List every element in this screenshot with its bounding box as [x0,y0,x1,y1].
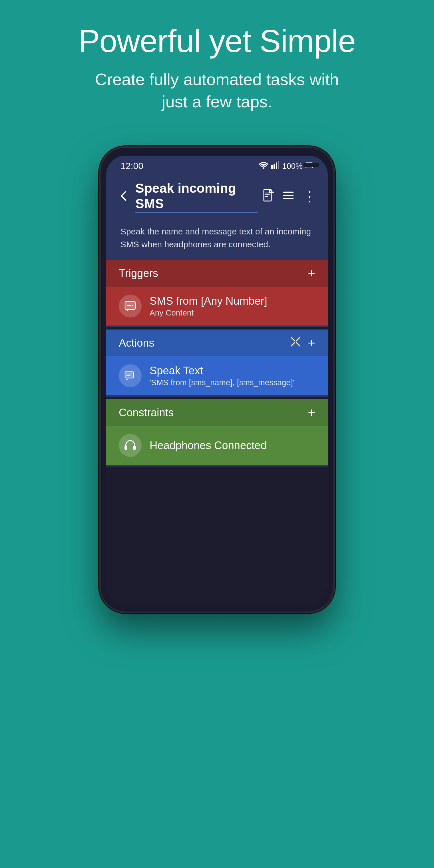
cellular-icon [271,161,279,171]
hero-title: Powerful yet Simple [79,23,356,60]
speak-text-item-text: Speak Text 'SMS from [sms_name], [sms_me… [150,365,294,387]
sms-trigger-item[interactable]: SMS from [Any Number] Any Content [106,287,328,326]
speak-text-action-item[interactable]: Speak Text 'SMS from [sms_name], [sms_me… [106,356,328,395]
status-time: 12:00 [121,161,143,171]
constraints-label: Constraints [119,407,174,419]
svg-point-0 [263,167,265,169]
document-icon[interactable] [263,189,274,205]
dynamic-island [303,163,319,167]
nav-title: Speak incoming SMS [135,181,257,213]
wifi-icon [259,161,269,171]
hero-section: Powerful yet Simple Create fully automat… [0,0,434,130]
svg-point-14 [129,305,131,306]
nav-icons: ⋮ [263,189,316,205]
svg-rect-11 [283,198,293,199]
headphones-icon [119,434,142,457]
phone-screen: 12:00 [106,156,328,603]
task-description: Speak the name and message text of an in… [106,219,328,260]
triggers-header-icons: + [308,266,315,280]
svg-rect-8 [264,190,271,201]
constraints-header: Constraints + [106,399,328,426]
sms-trigger-subtitle: Any Content [150,308,267,317]
nav-bar: Speak incoming SMS [106,174,328,219]
section-gap-2 [106,397,328,399]
svg-rect-18 [133,445,136,450]
speak-text-title: Speak Text [150,365,294,377]
headphones-constraint-text: Headphones Connected [150,439,267,452]
svg-rect-2 [274,164,275,169]
bottom-background [0,612,434,868]
battery-text: 100% [282,162,303,171]
sms-trigger-icon [119,294,142,317]
status-bar: 12:00 [106,156,328,174]
speak-text-subtitle: 'SMS from [sms_name], [sms_message]' [150,378,294,387]
phone-shell: 12:00 [100,147,334,612]
actions-header-icons: + [290,336,315,350]
constraints-add-button[interactable]: + [308,405,315,420]
triggers-header: Triggers + [106,260,328,287]
triggers-section: Triggers + [106,260,328,326]
constraints-header-icons: + [308,405,315,420]
more-options-icon[interactable]: ⋮ [303,190,316,204]
hero-subtitle: Create fully automated tasks with just a… [89,68,345,113]
svg-rect-16 [125,372,134,378]
headphones-constraint-item[interactable]: Headphones Connected [106,426,328,465]
svg-rect-4 [278,161,279,169]
svg-rect-1 [271,165,273,169]
svg-rect-9 [283,192,293,193]
svg-point-15 [132,305,133,306]
svg-rect-10 [283,195,293,196]
constraints-section: Constraints + Headphones Connect [106,399,328,465]
sms-trigger-text: SMS from [Any Number] Any Content [150,295,267,317]
phone-container: 12:00 [100,147,334,612]
svg-rect-3 [276,162,277,169]
sms-trigger-title: SMS from [Any Number] [150,295,267,307]
actions-add-button[interactable]: + [308,336,315,350]
back-button[interactable] [118,188,130,205]
actions-expand-button[interactable] [290,336,301,350]
actions-section: Actions + [106,330,328,395]
triggers-label: Triggers [119,267,158,280]
list-icon[interactable] [283,190,294,204]
phone-bottom-area [106,467,328,603]
section-gap-1 [106,327,328,330]
headphones-title: Headphones Connected [150,439,267,452]
svg-point-13 [127,305,129,306]
actions-label: Actions [119,337,154,349]
actions-header: Actions + [106,330,328,356]
triggers-add-button[interactable]: + [308,266,315,280]
speak-text-icon [119,364,142,387]
svg-rect-17 [124,445,127,450]
